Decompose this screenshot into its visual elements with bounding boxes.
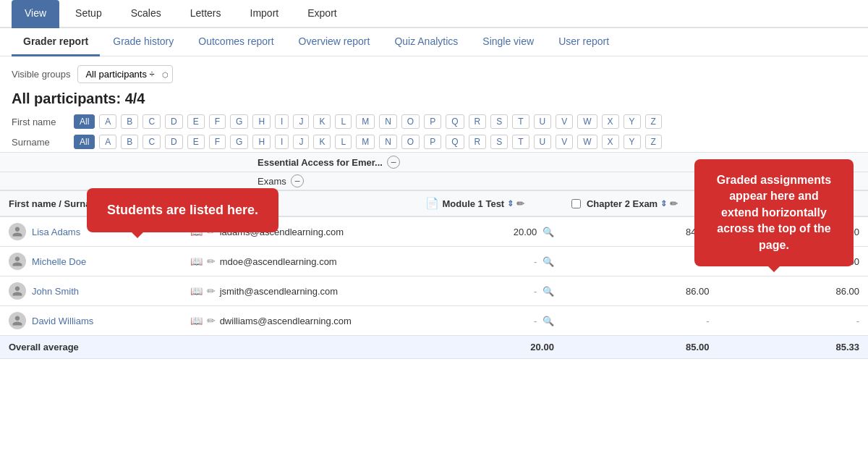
surname-alpha-x[interactable]: X (602, 135, 619, 149)
surname-alpha-p[interactable]: P (424, 135, 441, 149)
student-name-link[interactable]: Lisa Adams (32, 227, 80, 237)
top-nav-letters[interactable]: Letters (177, 0, 234, 28)
surname-alpha-b[interactable]: B (121, 135, 138, 149)
surname-alpha-m[interactable]: M (356, 135, 375, 149)
grade-ch2-cell: - (563, 306, 718, 336)
surname-alpha-d[interactable]: D (165, 135, 183, 149)
surname-alpha-v[interactable]: V (556, 135, 573, 149)
firstname-alpha-q[interactable]: Q (446, 114, 464, 129)
book-icon[interactable]: 📖 (190, 315, 203, 326)
top-nav-setup[interactable]: Setup (62, 0, 115, 28)
student-name-cell: John Smith (0, 276, 182, 306)
exams-collapse-btn[interactable]: − (291, 174, 304, 187)
edit-student-icon[interactable]: ✏ (207, 315, 216, 326)
firstname-alpha-n[interactable]: N (379, 114, 397, 129)
student-name-link[interactable]: David Williams (32, 316, 93, 326)
firstname-alpha-h[interactable]: H (252, 114, 271, 129)
surname-alpha-all[interactable]: All (74, 135, 95, 149)
surname-alpha-l[interactable]: L (335, 135, 352, 149)
firstname-alpha-v[interactable]: V (556, 114, 573, 129)
grade-mod1-value: - (534, 256, 537, 267)
surname-alpha-k[interactable]: K (313, 135, 331, 149)
magnify-icon[interactable]: 🔍 (542, 227, 554, 237)
edit-ch2-icon[interactable]: ✏ (670, 198, 678, 209)
top-nav-export[interactable]: Export (294, 0, 349, 28)
student-email: jsmith@ascendlearning.com (220, 286, 339, 297)
firstname-alpha-k[interactable]: K (313, 114, 331, 129)
magnify-icon[interactable]: 🔍 (542, 286, 554, 297)
surname-alpha-i[interactable]: I (275, 135, 289, 149)
firstname-alpha-w[interactable]: W (577, 114, 597, 129)
top-nav-view[interactable]: View (12, 0, 59, 28)
firstname-alpha-x[interactable]: X (602, 114, 619, 129)
callout-assignments: Graded assignments appear here and exten… (694, 159, 854, 266)
magnify-icon[interactable]: 🔍 (542, 316, 554, 326)
firstname-alpha-y[interactable]: Y (624, 114, 641, 129)
firstname-alpha-c[interactable]: C (142, 114, 161, 129)
surname-alpha-z[interactable]: Z (645, 135, 662, 149)
surname-alpha-a[interactable]: A (99, 135, 116, 149)
table-row: John Smith 📖 ✏ jsmith@ascendlearning.com… (0, 276, 868, 306)
firstname-alpha-g[interactable]: G (230, 114, 248, 129)
firstname-alpha-f[interactable]: F (209, 114, 226, 129)
callout-students: Students are listed here. (87, 188, 278, 232)
firstname-alpha-b[interactable]: B (121, 114, 138, 129)
surname-alpha-e[interactable]: E (187, 135, 205, 149)
edit-student-icon[interactable]: ✏ (207, 285, 216, 297)
surname-alpha-j[interactable]: J (293, 135, 309, 149)
firstname-alpha-m[interactable]: M (356, 114, 375, 129)
surname-alpha-g[interactable]: G (230, 135, 248, 149)
firstname-alpha-r[interactable]: R (469, 114, 487, 129)
surname-alpha-c[interactable]: C (142, 135, 161, 149)
firstname-alpha-o[interactable]: O (401, 114, 420, 129)
magnify-icon[interactable]: 🔍 (542, 256, 554, 267)
surname-alpha-q[interactable]: Q (446, 135, 464, 149)
sub-nav-user-report[interactable]: User report (547, 28, 621, 56)
category-collapse-btn[interactable]: − (387, 156, 400, 169)
avatar (9, 282, 26, 300)
book-icon[interactable]: 📖 (190, 256, 203, 267)
surname-alpha-f[interactable]: F (209, 135, 226, 149)
surname-alpha-h[interactable]: H (252, 135, 271, 149)
surname-alpha-s[interactable]: S (490, 135, 508, 149)
book-icon[interactable]: 📖 (190, 285, 203, 297)
grade-ch2-value: - (706, 316, 709, 326)
sub-nav-grade-history[interactable]: Grade history (101, 28, 185, 56)
firstname-alpha-a[interactable]: A (99, 114, 116, 129)
firstname-alpha-z[interactable]: Z (645, 114, 662, 129)
surname-alpha-t[interactable]: T (512, 135, 529, 149)
sub-nav-grader-report[interactable]: Grader report (12, 28, 100, 56)
edit-student-icon[interactable]: ✏ (207, 256, 216, 267)
top-nav-scales[interactable]: Scales (118, 0, 174, 28)
surname-alpha-u[interactable]: U (534, 135, 552, 149)
sort-mod1-icon[interactable]: ⇕ (507, 199, 514, 208)
sub-nav-single-view[interactable]: Single view (471, 28, 545, 56)
sub-nav-outcomes-report[interactable]: Outcomes report (187, 28, 285, 56)
participants-select-wrapper[interactable]: All participants ÷ (77, 65, 173, 83)
sub-nav-quiz-analytics[interactable]: Quiz Analytics (383, 28, 469, 56)
firstname-alpha-s[interactable]: S (490, 114, 508, 129)
student-name-link[interactable]: Michelle Doe (32, 256, 86, 267)
surname-alpha-y[interactable]: Y (624, 135, 641, 149)
firstname-alpha-d[interactable]: D (165, 114, 183, 129)
participants-select[interactable]: All participants ÷ (77, 65, 173, 83)
surname-alpha-w[interactable]: W (577, 135, 597, 149)
firstname-alpha-l[interactable]: L (335, 114, 352, 129)
sort-ch2-icon[interactable]: ⇕ (660, 199, 667, 208)
sub-nav-overview-report[interactable]: Overview report (287, 28, 382, 56)
firstname-alpha-t[interactable]: T (512, 114, 529, 129)
firstname-alpha-e[interactable]: E (187, 114, 205, 129)
firstname-alpha-p[interactable]: P (424, 114, 441, 129)
surname-alpha-n[interactable]: N (379, 135, 397, 149)
top-nav-import[interactable]: Import (237, 0, 292, 28)
surname-alpha-o[interactable]: O (401, 135, 420, 149)
ch2-checkbox[interactable] (571, 199, 581, 208)
edit-mod1-icon[interactable]: ✏ (516, 198, 524, 209)
firstname-alpha-i[interactable]: I (275, 114, 289, 129)
firstname-alpha-u[interactable]: U (534, 114, 552, 129)
firstname-alpha-all[interactable]: All (74, 114, 95, 129)
student-name-link[interactable]: John Smith (32, 286, 79, 297)
th-mod1-label: Module 1 Test (442, 198, 504, 209)
firstname-alpha-j[interactable]: J (293, 114, 309, 129)
surname-alpha-r[interactable]: R (469, 135, 487, 149)
